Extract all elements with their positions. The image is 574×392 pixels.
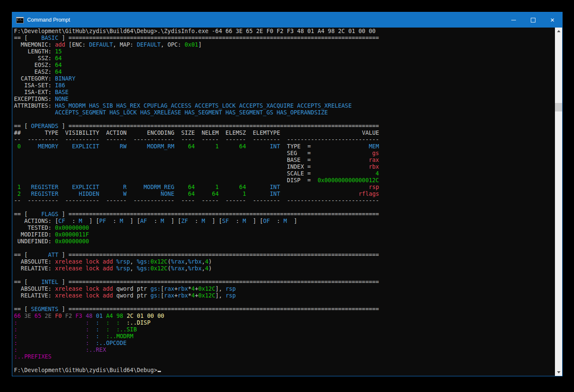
console-line: RELATIVE: xrelease lock add qword ptr gs…	[14, 292, 236, 299]
console-line: ## TYPE VISIBILITY ACTION ENCODING SIZE …	[14, 130, 379, 136]
console-line: == [ BASIC ] ===========================…	[14, 35, 379, 41]
console-line: EOSZ: 64	[14, 62, 62, 68]
console-line: == [ INTEL ] ===========================…	[14, 279, 379, 285]
console-line: 1 REGISTER EXPLICIT R MODRM_REG 64 1 64 …	[14, 184, 379, 190]
scrollbar-down-icon	[557, 371, 560, 373]
console-line: == [ FLAGS ] ===========================…	[14, 211, 379, 217]
console-line: : : : : :..SIB	[14, 326, 137, 333]
maximize-icon	[531, 18, 535, 22]
cmd-icon-prompt-text: C:\.	[17, 19, 23, 21]
cmd-icon: C:\.	[16, 17, 24, 23]
console-line: 2 REGISTER HIDDEN W NONE 64 64 1 INT rfl…	[14, 191, 379, 197]
scrollbar-thumb[interactable]	[555, 103, 562, 111]
terminal-output: F:\Development\GitHub\zydis\Build64\Debu…	[12, 28, 555, 376]
maximize-button[interactable]	[523, 12, 543, 28]
console-line: :..PREFIXES	[14, 353, 52, 360]
console-line: SSZ: 64	[14, 55, 62, 61]
console-line: -- --------- ---------- ------ ---------…	[14, 136, 379, 143]
console-line: F:\Development\GitHub\zydis\Build64\Debu…	[14, 367, 161, 373]
text-cursor	[158, 371, 161, 372]
command-prompt-window: C:\. Command Prompt ✕ F:\Development\Git…	[12, 12, 563, 376]
console-line: ATTRIBUTES: HAS_MODRM HAS_SIB HAS_REX CP…	[14, 103, 352, 109]
scrollbar-down-button[interactable]	[555, 369, 562, 376]
console-line: MODIFIED: 0x0000011F	[14, 231, 89, 238]
console-line: 66 3E 65 2E F0 F2 F3 48 01 A4 98 2C 01 0…	[14, 313, 164, 319]
console-line: MNEMONIC: add [ENC: DEFAULT, MAP: DEFAUL…	[14, 42, 202, 48]
console-line: INDEX = rbx	[14, 164, 379, 170]
vertical-scrollbar[interactable]	[555, 28, 562, 376]
console-line: : :..REX	[14, 347, 106, 353]
console-line: == [ SEGMENTS ] ========================…	[14, 306, 379, 312]
console-line: EASZ: 64	[14, 69, 62, 75]
console-line: : : : :..MODRM	[14, 333, 133, 339]
console-area[interactable]: F:\Development\GitHub\zydis\Build64\Debu…	[12, 28, 562, 376]
console-line: 0 MEMORY EXPLICIT RW MODRM_RM 64 1 64 IN…	[14, 143, 379, 150]
console-line: DISP = 0x000000000000012C	[14, 177, 379, 183]
console-line: CATEGORY: BINARY	[14, 75, 75, 82]
console-line: F:\Development\GitHub\zydis\Build64\Debu…	[14, 28, 376, 34]
console-line: ACCEPTS_SEGMENT HAS_LOCK HAS_XRELEASE HA…	[14, 109, 328, 116]
minimize-icon	[511, 20, 516, 20]
window-title: Command Prompt	[27, 17, 70, 23]
console-line: ISA-SET: I86	[14, 82, 65, 89]
minimize-button[interactable]	[504, 12, 523, 28]
console-line: : : :..OPCODE	[14, 340, 127, 346]
console-line: -- --------- ---------- ------ ---------…	[14, 197, 379, 204]
close-icon: ✕	[550, 17, 555, 23]
console-line: SCALE = 4	[14, 170, 379, 177]
close-button[interactable]: ✕	[543, 12, 562, 28]
console-line: == [ ATT ] =============================…	[14, 252, 379, 258]
title-bar[interactable]: C:\. Command Prompt ✕	[12, 12, 562, 28]
window-controls: ✕	[504, 12, 562, 28]
console-line: UNDEFINED: 0x00000000	[14, 238, 89, 245]
console-line: SEG = gs	[14, 150, 379, 156]
console-line: : : : : : :..DISP	[14, 320, 150, 326]
scrollbar-up-button[interactable]	[555, 28, 562, 35]
scrollbar-up-icon	[557, 30, 560, 32]
console-line: ACTIONS: [CF : M ] [PF : M ] [AF : M ] […	[14, 218, 297, 224]
console-line: LENGTH: 15	[14, 48, 62, 55]
console-line: EXCEPTIONS: NONE	[14, 96, 69, 102]
console-line: ABSOLUTE: xrelease lock add %rsp, %gs:0x…	[14, 259, 212, 265]
console-line: TESTED: 0x00000000	[14, 225, 89, 231]
console-line: == [ OPERANDS ] ========================…	[14, 123, 379, 129]
console-line: ABSOLUTE: xrelease lock add qword ptr gs…	[14, 286, 236, 292]
console-line: RELATIVE: xrelease lock add %rsp, %gs:0x…	[14, 265, 212, 272]
console-line: ISA-EXT: BASE	[14, 89, 69, 95]
console-line: BASE = rax	[14, 157, 379, 163]
